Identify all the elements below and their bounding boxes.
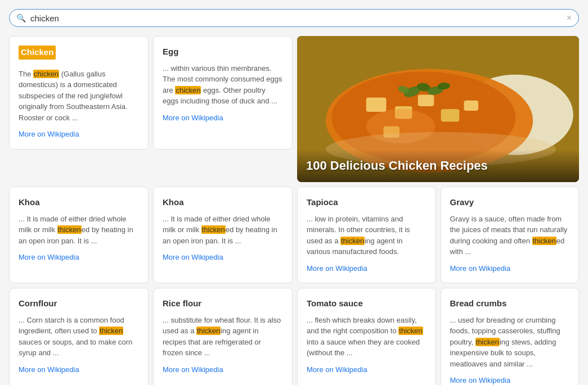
card-bread-crumbs-text: ... used for breading or crumbing foods,… [450, 315, 570, 370]
search-icon: 🔍 [16, 13, 26, 22]
card-gravy-title: Gravy [450, 196, 570, 209]
card-tapioca: Tapioca ... low in protein, vitamins and… [297, 187, 436, 283]
card-khoa2-text: ... It is made of either dried whole mil… [163, 214, 283, 247]
rice-flour-wiki-link[interactable]: More on Wikipedia [163, 365, 223, 374]
card-khoa2: Khoa ... It is made of either dried whol… [153, 187, 293, 283]
card-rice-flour-title: Rice flour [163, 297, 283, 310]
featured-card[interactable]: 100 Delicious Chicken Recipes [297, 36, 579, 182]
hl-thicken-tapioca: thicken [340, 237, 365, 245]
search-input[interactable] [30, 13, 567, 23]
hl-thicken-gravy: thicken [532, 237, 556, 245]
card-chicken-text: The chicken (Gallus gallus domesticus) i… [19, 69, 139, 124]
card-khoa1-text: ... It is made of either dried whole mil… [19, 214, 139, 247]
card-cornflour: Cornflour ... Corn starch is a common fo… [9, 288, 149, 385]
card-rice-flour: Rice flour ... substitute for wheat flou… [153, 288, 293, 385]
search-bar: 🔍 × [9, 9, 579, 27]
svg-rect-7 [418, 94, 434, 106]
card-egg-text: ... within various thin membranes. The m… [163, 63, 283, 107]
card-khoa1-title: Khoa [19, 196, 139, 209]
featured-overlay: 100 Delicious Chicken Recipes [297, 150, 579, 182]
bread-crumbs-wiki-link[interactable]: More on Wikipedia [450, 376, 511, 384]
card-chicken-title: Chicken [19, 46, 139, 64]
hl-thicken-bread: thicken [475, 338, 500, 346]
results-grid: Chicken The chicken (Gallus gallus domes… [9, 36, 579, 385]
hl-thicken-khoa2: thicken [201, 225, 226, 234]
highlight-chicken-egg: chicken [175, 86, 201, 94]
svg-rect-8 [441, 109, 460, 121]
card-gravy: Gravy Gravy is a sauce, often made from … [441, 187, 580, 283]
gravy-wiki-link[interactable]: More on Wikipedia [450, 264, 511, 273]
hl-thicken-tomato: thicken [398, 327, 423, 335]
card-rice-flour-text: ... substitute for wheat flour. It is al… [163, 315, 283, 359]
clear-icon[interactable]: × [567, 13, 572, 23]
card-tomato-sauce-title: Tomato sauce [307, 297, 427, 310]
card-cornflour-title: Cornflour [19, 297, 139, 310]
svg-rect-5 [366, 98, 387, 112]
row4: Cornflour ... Corn starch is a common fo… [9, 288, 579, 385]
card-khoa2-title: Khoa [163, 196, 283, 209]
card-tapioca-title: Tapioca [307, 196, 427, 209]
card-tomato-sauce: Tomato sauce ... flesh which breaks down… [297, 288, 436, 385]
svg-rect-10 [464, 101, 479, 111]
card-bread-crumbs-title: Bread crumbs [450, 297, 570, 310]
card-cornflour-text: ... Corn starch is a common food ingredi… [19, 315, 139, 359]
row3: Khoa ... It is made of either dried whol… [9, 187, 579, 283]
card-egg-title: Egg [163, 46, 283, 58]
card-tapioca-text: ... low in protein, vitamins and mineral… [307, 214, 427, 257]
hl-thicken-cornflour: thicken [99, 327, 123, 335]
featured-title: 100 Delicious Chicken Recipes [306, 158, 570, 173]
hl-thicken-khoa1: thicken [57, 225, 82, 234]
chicken-wiki-link[interactable]: More on Wikipedia [19, 130, 79, 138]
card-bread-crumbs: Bread crumbs ... used for breading or cr… [441, 288, 580, 385]
egg-wiki-link[interactable]: More on Wikipedia [163, 114, 223, 122]
card-tomato-sauce-text: ... flesh which breaks down easily, and … [307, 315, 427, 359]
khoa1-wiki-link[interactable]: More on Wikipedia [19, 253, 79, 261]
tapioca-wiki-link[interactable]: More on Wikipedia [307, 264, 367, 273]
card-chicken: Chicken The chicken (Gallus gallus domes… [9, 36, 149, 150]
card-egg: Egg ... within various thin membranes. T… [153, 36, 293, 150]
tomato-sauce-wiki-link[interactable]: More on Wikipedia [307, 365, 367, 374]
cornflour-wiki-link[interactable]: More on Wikipedia [19, 365, 79, 374]
hl-thicken-rice-flour: thicken [196, 327, 221, 335]
highlight-chicken: chicken [33, 70, 59, 78]
chicken-title-text: Chicken [19, 46, 56, 60]
card-khoa1: Khoa ... It is made of either dried whol… [9, 187, 149, 283]
card-gravy-text: Gravy is a sauce, often made from the ju… [450, 214, 570, 257]
khoa2-wiki-link[interactable]: More on Wikipedia [163, 253, 223, 261]
